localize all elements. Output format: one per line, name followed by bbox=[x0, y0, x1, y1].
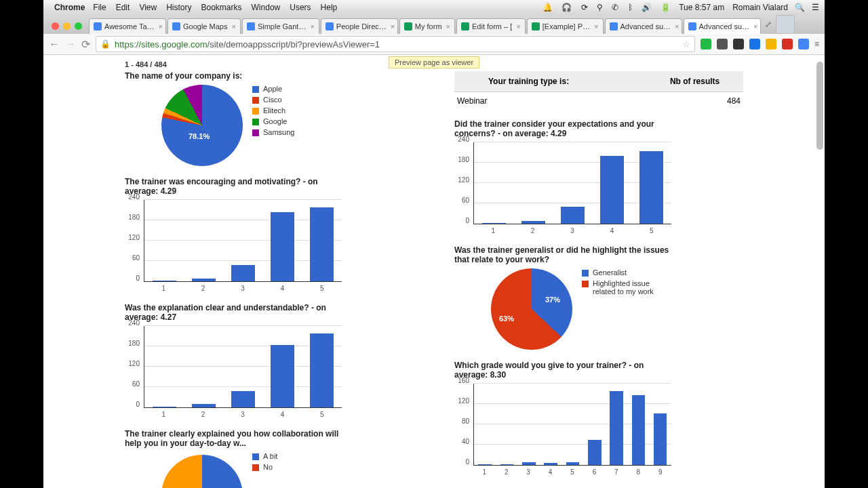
phone-icon[interactable]: ✆ bbox=[612, 3, 618, 12]
chart-bar bbox=[310, 333, 334, 407]
tab-1[interactable]: Google Maps× bbox=[167, 18, 241, 34]
tab-close-icon[interactable]: × bbox=[159, 22, 163, 30]
favicon-icon bbox=[247, 22, 255, 30]
tab-close-icon[interactable]: × bbox=[675, 22, 679, 30]
macos-menubar: Chrome File Edit View History Bookmarks … bbox=[43, 0, 825, 16]
tab-close-icon[interactable]: × bbox=[231, 22, 235, 30]
tab-5[interactable]: Edit form – [× bbox=[456, 18, 526, 34]
tab-label: Simple Gant… bbox=[258, 22, 307, 30]
spotlight-icon[interactable]: 🔍 bbox=[795, 3, 805, 12]
chart-bar bbox=[478, 464, 491, 466]
chrome-menu-icon[interactable]: ≡ bbox=[814, 39, 819, 49]
tab-label: Edit form – [ bbox=[472, 22, 512, 30]
chart-title: The trainer clearly explained you how co… bbox=[125, 429, 342, 448]
url-path: /site/demoappsscript/bi?previewAsViewer=… bbox=[208, 39, 380, 49]
chart-title: Was the explanation clear and understand… bbox=[125, 303, 342, 322]
extension-icon[interactable] bbox=[766, 39, 776, 49]
address-bar[interactable]: 🔒 https://sites.google.com/site/demoapps… bbox=[96, 36, 695, 52]
favicon-icon bbox=[94, 22, 102, 30]
tab-close-icon[interactable]: × bbox=[446, 22, 450, 30]
lock-icon: 🔒 bbox=[100, 39, 111, 49]
menu-help[interactable]: Help bbox=[321, 3, 338, 12]
extension-icon[interactable] bbox=[749, 39, 760, 49]
menu-file[interactable]: File bbox=[93, 3, 106, 12]
tab-label: People Direc… bbox=[336, 22, 387, 30]
window-close-icon[interactable] bbox=[52, 22, 59, 30]
menu-window[interactable]: Window bbox=[252, 3, 281, 12]
chart-grade-bar: Which grade would you give to your train… bbox=[454, 361, 743, 476]
favicon-icon bbox=[461, 22, 469, 30]
menu-history[interactable]: History bbox=[166, 3, 191, 12]
chart-bar bbox=[310, 207, 334, 281]
reload-button[interactable]: ⟳ bbox=[81, 38, 90, 51]
menu-view[interactable]: View bbox=[139, 3, 157, 12]
tab-strip: Awesome Ta…× Google Maps× Simple Gant…× … bbox=[43, 15, 825, 34]
x-tick-label: 4 bbox=[262, 408, 302, 418]
window-minimize-icon[interactable] bbox=[63, 22, 71, 30]
battery-icon[interactable]: 🔋 bbox=[660, 3, 671, 12]
window-zoom-icon[interactable] bbox=[75, 22, 82, 30]
legend-item: Samsung bbox=[263, 128, 294, 136]
tab-8[interactable]: Advanced su…× bbox=[684, 18, 761, 34]
x-tick-label: 5 bbox=[632, 224, 671, 235]
tab-4[interactable]: My form× bbox=[399, 18, 455, 34]
menubar-clock[interactable]: Tue 8:57 am bbox=[679, 3, 724, 12]
menu-bookmarks[interactable]: Bookmarks bbox=[201, 3, 242, 12]
training-type-table: Your training type is: Nb of results Web… bbox=[454, 71, 743, 110]
chart-expectations-bar: Did the trainer consider your expectatio… bbox=[454, 119, 743, 235]
extension-icon[interactable] bbox=[717, 39, 728, 49]
menubar-user[interactable]: Romain Vialard bbox=[732, 3, 788, 12]
x-tick-label: 4 bbox=[262, 282, 302, 292]
sync-icon[interactable]: ⟳ bbox=[581, 3, 588, 12]
tab-3[interactable]: People Direc…× bbox=[321, 18, 398, 34]
chart-bar bbox=[521, 221, 545, 224]
legend-item: Highlighted issue related to my work bbox=[593, 279, 670, 296]
expand-icon[interactable]: ⤢ bbox=[765, 20, 772, 29]
notification-center-icon[interactable]: ☰ bbox=[812, 3, 819, 12]
profile-avatar[interactable] bbox=[776, 15, 795, 34]
pie-chart: 37% 63% bbox=[491, 268, 572, 350]
tab-close-icon[interactable]: × bbox=[310, 22, 314, 30]
favicon-icon bbox=[688, 22, 696, 30]
extension-icon[interactable] bbox=[701, 39, 711, 49]
tab-7[interactable]: Advanced su…× bbox=[605, 18, 682, 34]
tab-close-icon[interactable]: × bbox=[516, 22, 520, 30]
back-button[interactable]: ← bbox=[49, 38, 60, 50]
tab-0[interactable]: Awesome Ta…× bbox=[89, 18, 166, 34]
app-name[interactable]: Chrome bbox=[54, 3, 85, 12]
table-cell: 484 bbox=[646, 92, 743, 110]
favicon-icon bbox=[532, 22, 540, 30]
tab-close-icon[interactable]: × bbox=[753, 22, 757, 30]
bluetooth-icon[interactable]: ᛒ bbox=[628, 3, 633, 12]
extension-icon[interactable] bbox=[733, 39, 744, 49]
pie-slice-label: 37% bbox=[545, 296, 560, 304]
x-tick-label: 3 bbox=[553, 224, 592, 235]
bell-icon[interactable]: 🔔 bbox=[542, 3, 553, 12]
tab-2[interactable]: Simple Gant…× bbox=[242, 18, 319, 34]
x-tick-label: 5 bbox=[302, 282, 342, 292]
bookmark-star-icon[interactable]: ☆ bbox=[682, 39, 690, 49]
headphones-icon[interactable]: 🎧 bbox=[561, 3, 572, 12]
legend-item: Google bbox=[263, 117, 287, 125]
tab-close-icon[interactable]: × bbox=[391, 22, 395, 30]
legend-item: Generalist bbox=[593, 268, 627, 277]
menu-users[interactable]: Users bbox=[290, 3, 311, 12]
chart-bar bbox=[544, 463, 557, 465]
x-tick-label: 6 bbox=[583, 466, 605, 476]
chart-bar bbox=[561, 207, 585, 224]
forward-button[interactable]: → bbox=[65, 38, 76, 50]
favicon-icon bbox=[326, 22, 334, 30]
x-tick-label: 5 bbox=[302, 408, 342, 418]
menu-edit[interactable]: Edit bbox=[116, 3, 130, 12]
wifi-icon[interactable]: ⚲ bbox=[597, 3, 603, 12]
x-tick-label: 2 bbox=[495, 466, 517, 476]
extension-icon[interactable] bbox=[782, 39, 793, 49]
extension-icon[interactable] bbox=[798, 39, 809, 49]
menubar-status-icons: 🔔 🎧 ⟳ ⚲ ✆ ᛒ 🔊 🔋 bbox=[536, 3, 671, 12]
tab-close-icon[interactable]: × bbox=[594, 22, 598, 30]
table-row: Webinar 484 bbox=[454, 92, 743, 110]
volume-icon[interactable]: 🔊 bbox=[642, 3, 652, 12]
tab-6[interactable]: [Example] P…× bbox=[527, 18, 604, 34]
chart-title: Was the trainer generalist or did he hig… bbox=[454, 245, 671, 264]
chart-legend: Apple Cisco Elitech Google Samsung bbox=[252, 85, 294, 139]
